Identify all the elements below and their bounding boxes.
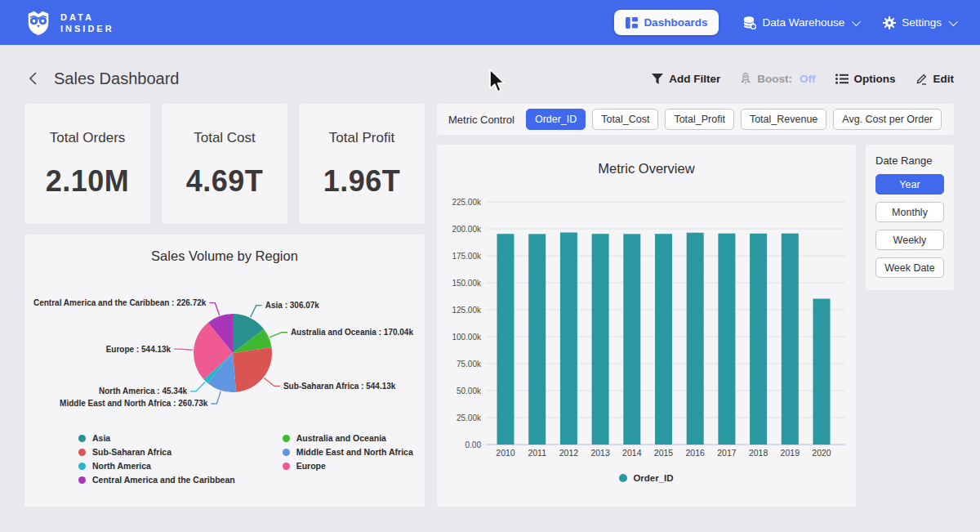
metric-control-label: Metric Control	[448, 114, 514, 126]
brand-name: DATA INSIDER	[60, 11, 114, 34]
bar-chart-svg: 0.0025.00k50.00k75.00k100.00k125.00k150.…	[437, 186, 856, 467]
nav-settings-button[interactable]: Settings	[883, 16, 956, 29]
x-axis-tick-label: 2012	[559, 448, 579, 458]
metric-chip-order-id[interactable]: Order_ID	[526, 109, 586, 130]
sales-dashboard-page: { "navbar": { "logo_line1": "DATA", "log…	[0, 0, 980, 532]
kpi-value: 4.69T	[162, 164, 287, 199]
pie-callout-line	[209, 303, 219, 315]
pie-legend-item-middle-east-and-north-africa[interactable]: Middle East and North Africa	[283, 447, 413, 457]
dashboards-grid-icon	[626, 17, 638, 29]
nav-data-warehouse-button[interactable]: Data Warehouse	[743, 16, 858, 29]
pie-legend-column-1: AsiaSub-Saharan AfricaNorth AmericaCentr…	[78, 433, 235, 485]
date-range-label: Date Range	[875, 154, 944, 167]
x-axis-tick-label: 2013	[590, 448, 610, 458]
bar-chart-legend[interactable]: Order_ID	[437, 473, 856, 483]
metric-chip-total-revenue[interactable]: Total_Revenue	[741, 109, 826, 130]
pie-callout-label-central-america-and-the-caribbean: Central America and the Caribbean : 226.…	[33, 298, 207, 307]
pie-legend-item-europe[interactable]: Europe	[283, 461, 413, 471]
sales-volume-pie-card: Sales Volume by Region Asia : 306.07kAus…	[24, 235, 425, 507]
nav-dashboards-button[interactable]: Dashboards	[614, 10, 719, 35]
pie-legend-item-australia-and-oceania[interactable]: Australia and Oceania	[283, 433, 413, 443]
gear-icon	[883, 16, 896, 29]
pie-legend-item-asia[interactable]: Asia	[78, 433, 235, 443]
database-icon	[743, 16, 756, 29]
bar-2017[interactable]	[718, 234, 735, 445]
date-range-year-button[interactable]: Year	[875, 174, 944, 194]
pie-legend-item-north-america[interactable]: North America	[78, 461, 235, 471]
legend-dot	[78, 449, 86, 456]
kpi-label: Total Cost	[162, 130, 287, 146]
legend-label: Middle East and North Africa	[296, 447, 413, 457]
x-axis-tick-label: 2011	[528, 448, 546, 458]
nav-settings-label: Settings	[902, 16, 942, 29]
x-axis-tick-label: 2010	[496, 448, 515, 458]
pie-legend-item-central-america-and-the-caribbean[interactable]: Central America and the Caribbean	[78, 475, 235, 485]
legend-label: Australia and Oceania	[296, 433, 386, 443]
legend-dot	[78, 463, 86, 470]
bar-2012[interactable]	[560, 232, 577, 445]
legend-dot	[283, 449, 290, 456]
page-header: Sales Dashboard Add Filter Boost: Off	[0, 45, 980, 99]
bar-2011[interactable]	[528, 234, 546, 445]
x-axis-tick-label: 2020	[812, 448, 831, 458]
pie-callout-line	[251, 306, 262, 317]
edit-button[interactable]: Edit	[915, 73, 955, 85]
date-range-panel: Date Range Year Monthly Weekly Week Date	[866, 145, 954, 290]
legend-dot	[619, 474, 627, 482]
pie-legend-item-sub-saharan-africa[interactable]: Sub-Saharan Africa	[78, 447, 235, 457]
y-axis-tick-label: 25.00k	[457, 414, 482, 422]
bar-2010[interactable]	[497, 234, 514, 445]
page-title: Sales Dashboard	[54, 69, 179, 88]
metric-chip-total-profit[interactable]: Total_Profit	[665, 109, 734, 130]
pie-callout-label-middle-east-and-north-africa: Middle East and North Africa : 260.73k	[60, 399, 208, 408]
back-button[interactable]	[24, 69, 42, 87]
owl-logo-icon	[24, 9, 52, 37]
chevron-down-icon	[852, 16, 861, 25]
header-actions: Add Filter Boost: Off Options	[652, 73, 954, 85]
top-navbar: DATA INSIDER Dashboards Data Warehouse	[0, 0, 980, 45]
y-axis-tick-label: 200.00k	[452, 225, 482, 234]
kpi-card-total-cost: Total Cost 4.69T	[162, 104, 287, 224]
legend-dot	[283, 435, 290, 442]
y-axis-tick-label: 0.00	[466, 440, 482, 449]
y-axis-tick-label: 50.00k	[457, 387, 482, 396]
bar-2013[interactable]	[592, 234, 609, 445]
date-range-weekly-button[interactable]: Weekly	[875, 230, 944, 250]
date-range-week-date-button[interactable]: Week Date	[875, 257, 944, 278]
bar-2020[interactable]	[813, 299, 831, 445]
add-filter-label: Add Filter	[669, 73, 720, 85]
legend-label: Europe	[296, 461, 326, 471]
add-filter-button[interactable]: Add Filter	[652, 73, 720, 85]
metric-control-bar: Metric Control Order_ID Total_Cost Total…	[437, 104, 954, 135]
date-range-monthly-button[interactable]: Monthly	[875, 202, 944, 222]
bar-2016[interactable]	[687, 233, 704, 445]
legend-label: Sub-Saharan Africa	[92, 447, 172, 457]
rocket-icon	[740, 73, 751, 85]
filter-icon	[652, 74, 663, 84]
x-axis-tick-label: 2018	[749, 448, 768, 458]
list-options-icon	[835, 74, 849, 84]
y-axis-tick-label: 125.00k	[452, 306, 482, 315]
brand-logo[interactable]: DATA INSIDER	[24, 9, 114, 37]
bar-2015[interactable]	[655, 234, 672, 445]
bar-2018[interactable]	[750, 234, 767, 445]
pencil-icon	[915, 73, 928, 85]
chevron-left-icon	[28, 71, 39, 86]
pie-callout-line	[270, 333, 287, 338]
legend-label: Asia	[92, 433, 110, 443]
metric-chip-total-cost[interactable]: Total_Cost	[592, 109, 658, 130]
boost-label: Boost:	[757, 73, 792, 85]
legend-label: Order_ID	[633, 473, 673, 483]
options-button[interactable]: Options	[835, 73, 896, 85]
kpi-label: Total Profit	[299, 130, 425, 146]
y-axis-tick-label: 75.00k	[457, 360, 482, 369]
edit-label: Edit	[933, 73, 955, 85]
bar-2014[interactable]	[623, 234, 640, 445]
boost-toggle[interactable]: Boost: Off	[740, 73, 815, 85]
metric-overview-chart-card: Metric Overview 0.0025.00k50.00k75.00k10…	[437, 145, 856, 507]
pie-slice-sub-saharan-africa[interactable]	[233, 347, 272, 392]
legend-dot	[78, 435, 86, 442]
metric-chip-avg-cost-per-order[interactable]: Avg. Cost per Order	[833, 109, 942, 130]
y-axis-tick-label: 175.00k	[452, 252, 482, 261]
bar-2019[interactable]	[782, 234, 799, 445]
